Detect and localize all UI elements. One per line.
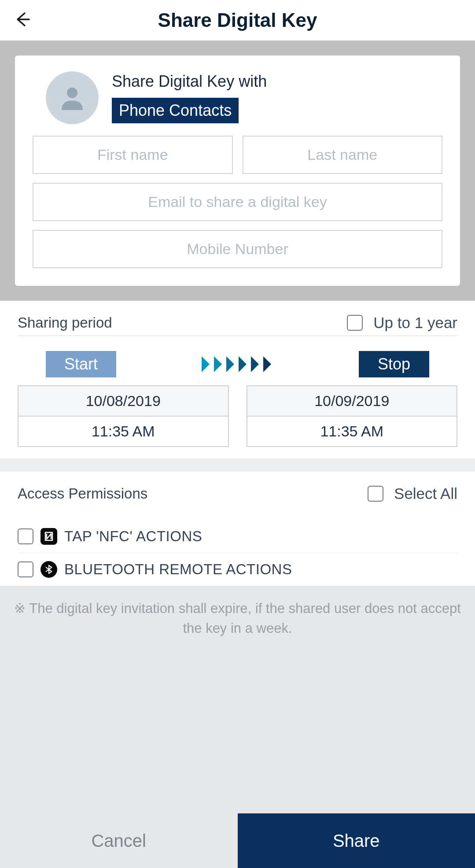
up-to-year-label: Up to 1 year [373,314,457,332]
sharing-period-label: Sharing period [18,314,112,331]
person-icon [55,80,90,115]
share-with-label: Share Digital Key with [112,72,267,91]
chevron-arrows-icon [201,355,275,373]
name-row [33,136,442,174]
contact-card: Share Digital Key with Phone Contacts [15,55,460,286]
nfc-label: TAP 'NFC' ACTIONS [64,528,202,545]
back-button[interactable] [13,11,31,30]
select-all-group: Select All [368,485,457,502]
contact-top-row: Share Digital Key with Phone Contacts [33,71,442,124]
bottom-button-bar: Cancel Share [0,813,475,868]
contact-card-container: Share Digital Key with Phone Contacts [0,41,475,301]
permissions-section: Access Permissions Select All TAP 'NFC' … [0,472,475,586]
page-title: Share Digital Key [0,9,475,31]
last-name-input[interactable] [243,136,443,174]
share-with-col: Share Digital Key with Phone Contacts [112,72,267,123]
share-button[interactable]: Share [238,813,475,868]
bluetooth-checkbox[interactable] [18,561,33,577]
up-to-year-checkbox[interactable] [347,315,363,331]
svg-point-0 [67,88,77,98]
nfc-checkbox[interactable] [18,528,33,544]
bluetooth-icon [41,561,57,578]
date-time-row: 10/08/2019 11:35 AM 10/09/2019 11:35 AM [18,385,457,447]
start-stop-row: Start Stop [18,351,457,377]
permissions-label: Access Permissions [18,485,147,502]
footer-note-area: ※ The digital key invitation shall expir… [0,586,475,813]
sharing-period-header: Sharing period Up to 1 year [18,310,457,336]
select-all-label: Select All [394,485,457,502]
mobile-number-input[interactable] [33,230,442,268]
email-input[interactable] [33,183,442,221]
start-date[interactable]: 10/08/2019 [18,386,228,417]
start-datetime: 10/08/2019 11:35 AM [18,385,229,447]
up-to-year-group: Up to 1 year [347,314,457,332]
start-button[interactable]: Start [46,351,116,377]
divider-strip [0,458,475,472]
bluetooth-label: BLUETOOTH REMOTE ACTIONS [64,561,292,578]
start-time[interactable]: 11:35 AM [18,417,228,446]
permission-bluetooth-row: BLUETOOTH REMOTE ACTIONS [18,553,457,586]
stop-button[interactable]: Stop [359,351,429,377]
back-arrow-icon [13,11,31,28]
permissions-header: Access Permissions Select All [18,485,457,502]
select-all-checkbox[interactable] [368,486,383,502]
footer-note: ※ The digital key invitation shall expir… [4,599,471,639]
nfc-icon [41,528,57,545]
permission-nfc-row: TAP 'NFC' ACTIONS [18,520,457,553]
phone-contacts-button[interactable]: Phone Contacts [112,98,239,123]
stop-date[interactable]: 10/09/2019 [247,386,457,417]
avatar [46,71,99,124]
stop-datetime: 10/09/2019 11:35 AM [247,385,458,447]
app-header: Share Digital Key [0,0,475,41]
first-name-input[interactable] [33,136,233,174]
sharing-period-section: Sharing period Up to 1 year Start Stop 1… [0,301,475,458]
cancel-button[interactable]: Cancel [0,813,238,868]
stop-time[interactable]: 11:35 AM [247,417,457,446]
